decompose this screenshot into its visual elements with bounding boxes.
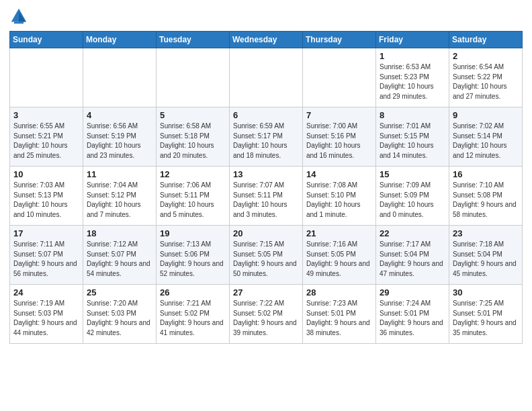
day-number: 19 xyxy=(160,228,226,238)
day-info: Sunrise: 7:24 AM Sunset: 5:01 PM Dayligh… xyxy=(380,299,445,338)
weekday-header-sunday: Sunday xyxy=(10,32,83,48)
day-number: 15 xyxy=(380,169,445,179)
calendar-day-29: 29Sunrise: 7:24 AM Sunset: 5:01 PM Dayli… xyxy=(376,285,449,344)
day-number: 23 xyxy=(453,228,519,238)
day-number: 27 xyxy=(233,287,299,298)
day-info: Sunrise: 7:01 AM Sunset: 5:15 PM Dayligh… xyxy=(380,122,445,161)
logo-icon xyxy=(9,7,28,26)
day-info: Sunrise: 6:56 AM Sunset: 5:19 PM Dayligh… xyxy=(87,122,152,161)
day-number: 10 xyxy=(13,169,79,179)
day-number: 11 xyxy=(87,169,152,179)
weekday-header-friday: Friday xyxy=(376,32,449,48)
weekday-header-wednesday: Wednesday xyxy=(230,32,303,48)
calendar-empty-cell xyxy=(303,48,376,107)
day-info: Sunrise: 7:00 AM Sunset: 5:16 PM Dayligh… xyxy=(306,122,372,161)
day-number: 17 xyxy=(13,228,79,238)
calendar-day-16: 16Sunrise: 7:10 AM Sunset: 5:08 PM Dayli… xyxy=(449,167,523,226)
calendar-day-23: 23Sunrise: 7:18 AM Sunset: 5:04 PM Dayli… xyxy=(449,226,523,285)
calendar-day-26: 26Sunrise: 7:21 AM Sunset: 5:02 PM Dayli… xyxy=(157,285,230,344)
day-number: 28 xyxy=(306,287,372,298)
weekday-header-monday: Monday xyxy=(83,32,157,48)
calendar-day-10: 10Sunrise: 7:03 AM Sunset: 5:13 PM Dayli… xyxy=(10,167,83,226)
day-number: 22 xyxy=(380,228,445,238)
day-info: Sunrise: 6:55 AM Sunset: 5:21 PM Dayligh… xyxy=(13,122,79,161)
calendar-day-15: 15Sunrise: 7:09 AM Sunset: 5:09 PM Dayli… xyxy=(376,167,449,226)
calendar-day-8: 8Sunrise: 7:01 AM Sunset: 5:15 PM Daylig… xyxy=(376,107,449,167)
calendar-day-18: 18Sunrise: 7:12 AM Sunset: 5:07 PM Dayli… xyxy=(83,226,157,285)
day-number: 29 xyxy=(380,287,445,298)
day-info: Sunrise: 6:54 AM Sunset: 5:22 PM Dayligh… xyxy=(453,62,519,101)
day-info: Sunrise: 7:03 AM Sunset: 5:13 PM Dayligh… xyxy=(13,181,79,220)
day-number: 5 xyxy=(160,110,226,120)
calendar-day-28: 28Sunrise: 7:23 AM Sunset: 5:01 PM Dayli… xyxy=(303,285,376,344)
calendar-day-22: 22Sunrise: 7:17 AM Sunset: 5:04 PM Dayli… xyxy=(376,226,449,285)
day-number: 7 xyxy=(306,110,372,120)
day-number: 9 xyxy=(453,110,519,120)
calendar-day-20: 20Sunrise: 7:15 AM Sunset: 5:05 PM Dayli… xyxy=(230,226,303,285)
day-number: 4 xyxy=(87,110,152,120)
day-info: Sunrise: 7:13 AM Sunset: 5:06 PM Dayligh… xyxy=(160,240,226,279)
calendar-day-3: 3Sunrise: 6:55 AM Sunset: 5:21 PM Daylig… xyxy=(10,107,83,167)
calendar-day-12: 12Sunrise: 7:06 AM Sunset: 5:11 PM Dayli… xyxy=(157,167,230,226)
calendar-day-7: 7Sunrise: 7:00 AM Sunset: 5:16 PM Daylig… xyxy=(303,107,376,167)
day-number: 30 xyxy=(453,287,519,298)
day-info: Sunrise: 7:09 AM Sunset: 5:09 PM Dayligh… xyxy=(380,181,445,220)
day-number: 25 xyxy=(87,287,152,298)
day-info: Sunrise: 7:07 AM Sunset: 5:11 PM Dayligh… xyxy=(233,181,299,220)
calendar-day-6: 6Sunrise: 6:59 AM Sunset: 5:17 PM Daylig… xyxy=(230,107,303,167)
day-number: 24 xyxy=(13,287,79,298)
day-info: Sunrise: 7:19 AM Sunset: 5:03 PM Dayligh… xyxy=(13,299,79,338)
calendar-empty-cell xyxy=(83,48,157,107)
calendar-day-25: 25Sunrise: 7:20 AM Sunset: 5:03 PM Dayli… xyxy=(83,285,157,344)
day-info: Sunrise: 7:04 AM Sunset: 5:12 PM Dayligh… xyxy=(87,181,152,220)
day-number: 26 xyxy=(160,287,226,298)
day-info: Sunrise: 6:58 AM Sunset: 5:18 PM Dayligh… xyxy=(160,122,226,161)
day-info: Sunrise: 7:06 AM Sunset: 5:11 PM Dayligh… xyxy=(160,181,226,220)
calendar-table: SundayMondayTuesdayWednesdayThursdayFrid… xyxy=(9,31,523,344)
day-info: Sunrise: 7:16 AM Sunset: 5:05 PM Dayligh… xyxy=(306,240,372,279)
day-number: 12 xyxy=(160,169,226,179)
day-number: 6 xyxy=(233,110,299,120)
calendar-week-row: 17Sunrise: 7:11 AM Sunset: 5:07 PM Dayli… xyxy=(10,226,523,285)
calendar-empty-cell xyxy=(10,48,83,107)
day-number: 16 xyxy=(453,169,519,179)
calendar-day-13: 13Sunrise: 7:07 AM Sunset: 5:11 PM Dayli… xyxy=(230,167,303,226)
day-info: Sunrise: 7:23 AM Sunset: 5:01 PM Dayligh… xyxy=(306,299,372,338)
day-info: Sunrise: 6:59 AM Sunset: 5:17 PM Dayligh… xyxy=(233,122,299,161)
day-info: Sunrise: 7:12 AM Sunset: 5:07 PM Dayligh… xyxy=(87,240,152,279)
calendar-day-4: 4Sunrise: 6:56 AM Sunset: 5:19 PM Daylig… xyxy=(83,107,157,167)
day-info: Sunrise: 7:22 AM Sunset: 5:02 PM Dayligh… xyxy=(233,299,299,338)
calendar-week-row: 10Sunrise: 7:03 AM Sunset: 5:13 PM Dayli… xyxy=(10,167,523,226)
calendar-day-17: 17Sunrise: 7:11 AM Sunset: 5:07 PM Dayli… xyxy=(10,226,83,285)
day-number: 20 xyxy=(233,228,299,238)
svg-rect-2 xyxy=(14,21,24,24)
page-container: SundayMondayTuesdayWednesdayThursdayFrid… xyxy=(0,0,532,351)
calendar-day-9: 9Sunrise: 7:02 AM Sunset: 5:14 PM Daylig… xyxy=(449,107,523,167)
day-number: 3 xyxy=(13,110,79,120)
logo xyxy=(9,7,31,26)
day-number: 2 xyxy=(453,51,519,61)
page-header xyxy=(9,7,523,26)
day-info: Sunrise: 7:08 AM Sunset: 5:10 PM Dayligh… xyxy=(306,181,372,220)
weekday-header-row: SundayMondayTuesdayWednesdayThursdayFrid… xyxy=(10,32,523,48)
calendar-day-27: 27Sunrise: 7:22 AM Sunset: 5:02 PM Dayli… xyxy=(230,285,303,344)
day-info: Sunrise: 7:21 AM Sunset: 5:02 PM Dayligh… xyxy=(160,299,226,338)
day-info: Sunrise: 7:18 AM Sunset: 5:04 PM Dayligh… xyxy=(453,240,519,279)
day-info: Sunrise: 6:53 AM Sunset: 5:23 PM Dayligh… xyxy=(380,62,445,101)
calendar-day-19: 19Sunrise: 7:13 AM Sunset: 5:06 PM Dayli… xyxy=(157,226,230,285)
calendar-day-21: 21Sunrise: 7:16 AM Sunset: 5:05 PM Dayli… xyxy=(303,226,376,285)
weekday-header-saturday: Saturday xyxy=(449,32,523,48)
day-info: Sunrise: 7:17 AM Sunset: 5:04 PM Dayligh… xyxy=(380,240,445,279)
day-number: 21 xyxy=(306,228,372,238)
calendar-day-2: 2Sunrise: 6:54 AM Sunset: 5:22 PM Daylig… xyxy=(449,48,523,107)
weekday-header-thursday: Thursday xyxy=(303,32,376,48)
calendar-day-5: 5Sunrise: 6:58 AM Sunset: 5:18 PM Daylig… xyxy=(157,107,230,167)
day-info: Sunrise: 7:15 AM Sunset: 5:05 PM Dayligh… xyxy=(233,240,299,279)
calendar-empty-cell xyxy=(230,48,303,107)
weekday-header-tuesday: Tuesday xyxy=(157,32,230,48)
calendar-day-11: 11Sunrise: 7:04 AM Sunset: 5:12 PM Dayli… xyxy=(83,167,157,226)
calendar-day-1: 1Sunrise: 6:53 AM Sunset: 5:23 PM Daylig… xyxy=(376,48,449,107)
calendar-empty-cell xyxy=(157,48,230,107)
calendar-week-row: 24Sunrise: 7:19 AM Sunset: 5:03 PM Dayli… xyxy=(10,285,523,344)
day-number: 14 xyxy=(306,169,372,179)
